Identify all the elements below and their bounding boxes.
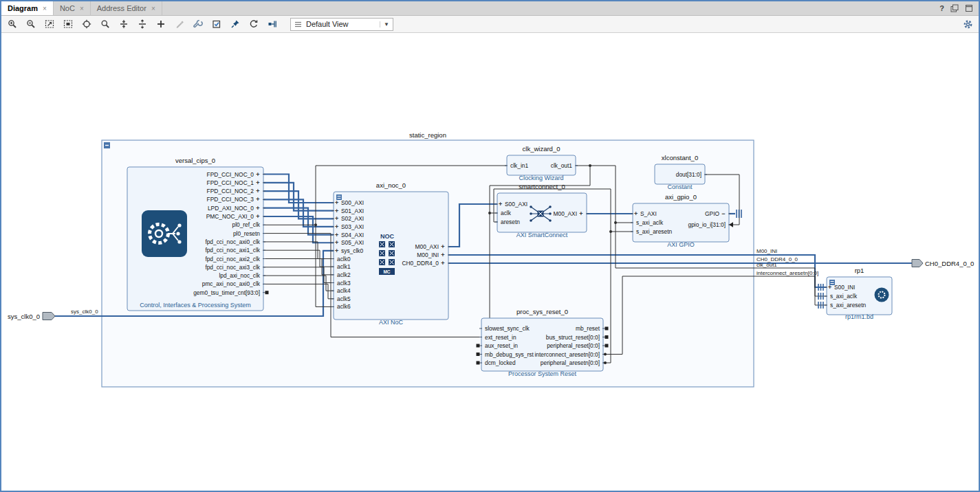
expand-port-icon[interactable]: + <box>256 179 259 186</box>
external-port-sys_clk0_0[interactable]: sys_clk0_0 <box>8 313 55 320</box>
port-label: S00_INI <box>834 284 855 291</box>
port-S00_AXI[interactable]: +S00_AXI <box>331 199 364 206</box>
port-fpd_cci_noc_axi3_clk[interactable]: fpd_cci_noc_axi3_clk <box>205 264 265 271</box>
zoom-out-icon[interactable] <box>23 17 39 31</box>
tab-address-editor[interactable]: Address Editor × <box>91 1 162 15</box>
rp1-corner-icon[interactable] <box>829 280 835 285</box>
port-gpio_io_i[31:0][interactable]: gpio_io_i[31:0] <box>688 221 731 228</box>
collapse-port-icon[interactable]: − <box>721 210 725 217</box>
expand-port-icon[interactable]: + <box>441 251 444 258</box>
close-icon[interactable]: × <box>151 5 155 12</box>
customize-block-icon[interactable] <box>190 17 206 31</box>
pin-icon[interactable] <box>228 17 243 31</box>
make-connection-icon[interactable] <box>172 17 187 31</box>
zoom-to-selection-icon[interactable] <box>61 17 76 31</box>
port-S_AXI[interactable]: +S_AXI <box>631 210 657 217</box>
port-CH0_DDR4_0[interactable]: +CH0_DDR4_0 <box>402 260 450 267</box>
port-S02_AXI[interactable]: +S02_AXI <box>331 215 364 222</box>
expand-port-icon[interactable]: + <box>335 247 338 254</box>
port-FPD_CCI_NOC_3[interactable]: +FPD_CCI_NOC_3 <box>207 196 265 203</box>
expand-port-icon[interactable]: + <box>335 239 338 246</box>
port-fpd_cci_noc_axi1_clk[interactable]: fpd_cci_noc_axi1_clk <box>205 247 265 254</box>
regenerate-layout-icon[interactable] <box>246 17 261 31</box>
interface-view-icon[interactable] <box>265 17 280 31</box>
port-peripheral_reset[0:0][interactable]: peripheral_reset[0:0] <box>547 342 608 349</box>
port-sys_clk0[interactable]: +sys_clk0 <box>331 247 363 254</box>
close-icon[interactable]: × <box>43 5 47 12</box>
external-port-CH0_DDR4_0_0[interactable]: CH0_DDR4_0_0 <box>912 260 974 267</box>
diagram-toolbar: Default View ▼ <box>1 16 979 33</box>
port-S04_AXI[interactable]: +S04_AXI <box>331 232 364 238</box>
external-port-pin[interactable] <box>43 313 55 320</box>
expand-port-icon[interactable]: + <box>256 171 259 178</box>
expand-port-icon[interactable]: + <box>256 205 259 212</box>
port-label: aclk0 <box>337 256 351 262</box>
port-S03_AXI[interactable]: +S03_AXI <box>331 223 364 230</box>
expand-port-icon[interactable]: + <box>441 243 444 250</box>
view-selector-dropdown[interactable]: Default View ▼ <box>290 18 393 31</box>
block-subtitle: AXI GPIO <box>667 241 695 248</box>
expand-hierarchy-icon[interactable] <box>135 17 150 31</box>
block-proc_sys_reset_0[interactable]: proc_sys_reset_0Processor System Resetsl… <box>477 308 609 377</box>
expand-port-icon[interactable]: + <box>335 223 338 230</box>
port-label: S_AXI <box>640 210 657 217</box>
external-port-pin[interactable] <box>912 260 923 267</box>
noc-corner-icon[interactable] <box>336 194 342 200</box>
zoom-fit-icon[interactable] <box>42 17 57 31</box>
port-label: fpd_cci_noc_axi3_clk <box>205 264 260 271</box>
port-interconnect_aresetn[0:0][interactable]: interconnect_aresetn[0:0] <box>534 351 607 358</box>
port-s_axi_aclk[interactable]: s_axi_aclk <box>825 293 858 300</box>
expand-port-icon[interactable]: + <box>335 232 338 238</box>
port-bus_struct_reset[0:0][interactable]: bus_struct_reset[0:0] <box>546 334 609 341</box>
close-icon[interactable]: × <box>80 5 84 12</box>
tab-noc[interactable]: NoC × <box>54 1 91 15</box>
port-label: s_axi_aresetn <box>636 228 672 235</box>
port-pmc_axi_noc_axi0_clk[interactable]: pmc_axi_noc_axi0_clk <box>202 280 265 287</box>
autofit-selection-icon[interactable] <box>79 17 94 31</box>
port-fpd_cci_noc_axi0_clk[interactable]: fpd_cci_noc_axi0_clk <box>205 238 265 245</box>
port-S00_AXI[interactable]: +S00_AXI <box>495 201 527 208</box>
junction-dot <box>614 221 617 224</box>
expand-port-icon[interactable]: + <box>441 260 444 267</box>
expand-port-icon[interactable]: + <box>256 196 259 203</box>
collapse-region-icon[interactable] <box>104 142 110 148</box>
validate-design-icon[interactable] <box>209 17 224 31</box>
port-FPD_CCI_NOC_2[interactable]: +FPD_CCI_NOC_2 <box>207 188 265 194</box>
port-S00_INI[interactable]: +S00_INI <box>825 284 855 291</box>
port-peripheral_aresetn[0:0][interactable]: peripheral_aresetn[0:0] <box>541 359 607 366</box>
settings-gear-icon[interactable] <box>960 17 975 31</box>
maximize-window-icon[interactable] <box>965 4 973 12</box>
port-S05_AXI[interactable]: +S05_AXI <box>331 239 364 246</box>
tab-diagram[interactable]: Diagram × <box>1 1 54 15</box>
diagram-canvas[interactable]: static_region <box>0 0 980 492</box>
zoom-in-icon[interactable] <box>5 17 20 31</box>
port-gem0_tsu_timer_cnt[93:0][interactable]: gem0_tsu_timer_cnt[93:0] <box>193 289 268 296</box>
expand-port-icon[interactable]: + <box>256 213 259 220</box>
help-icon[interactable]: ? <box>939 4 944 12</box>
find-icon[interactable] <box>98 17 113 31</box>
port-PMC_NOC_AXI_0[interactable]: +PMC_NOC_AXI_0 <box>206 213 265 220</box>
expand-port-icon[interactable]: + <box>256 188 259 194</box>
chevron-down-icon: ▼ <box>380 21 389 27</box>
collapse-hierarchy-icon[interactable] <box>116 17 131 31</box>
expand-port-icon[interactable]: + <box>579 210 582 217</box>
port-FPD_CCI_NOC_1[interactable]: +FPD_CCI_NOC_1 <box>207 179 265 186</box>
port-s_axi_aresetn[interactable]: s_axi_aresetn <box>825 302 866 309</box>
add-ip-icon[interactable] <box>153 17 168 31</box>
port-LPD_AXI_NOC_0[interactable]: +LPD_AXI_NOC_0 <box>208 205 265 212</box>
expand-port-icon[interactable]: + <box>634 210 638 217</box>
expand-port-icon[interactable]: + <box>335 215 338 222</box>
port-S01_AXI[interactable]: +S01_AXI <box>331 208 364 214</box>
port-mb_debug_sys_rst[interactable]: mb_debug_sys_rst <box>477 351 534 358</box>
float-window-icon[interactable] <box>950 4 959 12</box>
port-slowest_sync_clk[interactable]: slowest_sync_clk <box>479 325 530 332</box>
expand-port-icon[interactable]: + <box>335 208 338 214</box>
expand-port-icon[interactable]: + <box>499 201 502 208</box>
port-lpd_axi_noc_clk[interactable]: lpd_axi_noc_clk <box>219 272 265 279</box>
port-fpd_cci_noc_axi2_clk[interactable]: fpd_cci_noc_axi2_clk <box>205 256 265 262</box>
port-ext_reset_in[interactable]: ext_reset_in <box>479 334 516 341</box>
port-s_axi_aclk[interactable]: s_axi_aclk <box>631 219 664 226</box>
port-FPD_CCI_NOC_0[interactable]: +FPD_CCI_NOC_0 <box>207 171 265 178</box>
port-s_axi_aresetn[interactable]: s_axi_aresetn <box>631 228 672 235</box>
expand-port-icon[interactable]: + <box>335 199 338 206</box>
